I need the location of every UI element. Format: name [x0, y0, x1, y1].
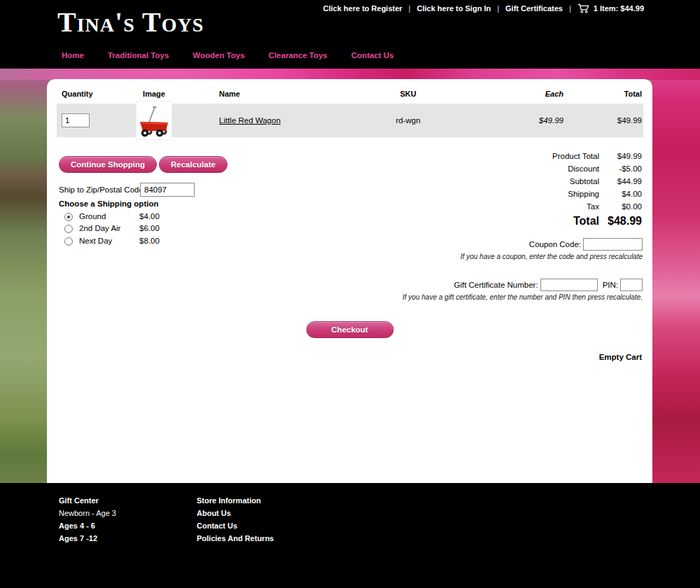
site-header: Click here to Register | Click here to S… [0, 0, 700, 69]
radio-button-2nd-day-air[interactable] [64, 225, 73, 233]
empty-cart-link[interactable]: Empty Cart [599, 353, 642, 361]
footer-link-ages-7-12[interactable]: Ages 7 -12 [59, 534, 116, 547]
grand-total-label: Total [573, 215, 599, 227]
link-separator: | [497, 4, 499, 13]
total-label: Shipping [568, 190, 599, 198]
shopping-cart-icon[interactable] [578, 4, 589, 15]
coupon-code-label: Coupon Code: [529, 240, 581, 248]
total-label: Subtotal [570, 177, 599, 186]
link-separator: | [409, 4, 411, 13]
zip-code-input[interactable] [140, 183, 195, 197]
column-header-total: Total [579, 90, 642, 98]
radio-button-next-day[interactable] [64, 237, 73, 246]
shipping-option-label: 2nd Day Air [79, 224, 120, 232]
gift-certificate-number-input[interactable] [540, 279, 598, 291]
background-flowers-left [0, 69, 49, 483]
item-name-cell: Little Red Wagon [219, 104, 373, 137]
cart-summary[interactable]: 1 Item: $44.99 [594, 4, 644, 13]
nav-item-contact-us[interactable]: Contact Us [351, 51, 394, 59]
nav-item-traditional-toys[interactable]: Traditional Toys [108, 51, 169, 59]
shipping-option-price: $8.00 [139, 237, 160, 245]
zip-code-label: Ship to Zip/Postal Code [59, 186, 144, 194]
checkout-button[interactable]: Checkout [306, 321, 393, 338]
storefront-cart-page: Click here to Register | Click here to S… [0, 0, 700, 588]
total-label: Discount [568, 164, 599, 173]
total-value: -$5.00 [599, 164, 642, 173]
footer-store-info-column: Store Information About Us Contact Us Po… [197, 496, 274, 547]
shipping-option-price: $4.00 [139, 212, 160, 220]
footer-link-contact-us[interactable]: Contact Us [197, 522, 274, 534]
shipping-option-label: Next Day [79, 237, 112, 245]
nav-item-clearance-toys[interactable]: Clearance Toys [269, 51, 328, 59]
footer-link-ages-4-6[interactable]: Ages 4 - 6 [59, 522, 116, 534]
site-logo[interactable]: Tina's Toys [57, 7, 204, 38]
footer-link-policies-returns[interactable]: Policies And Returns [197, 534, 274, 547]
recalculate-button[interactable]: Recalculate [159, 156, 227, 173]
gift-certificate-hint-text: If you have a gift certificate, enter th… [402, 293, 643, 301]
column-header-sku: SKU [359, 90, 457, 98]
background-flowers-right [651, 69, 700, 483]
grand-total-value: $48.99 [599, 215, 642, 227]
footer-link-about-us[interactable]: About Us [197, 509, 274, 522]
column-header-quantity: Quantity [62, 90, 125, 98]
cart-item-row: Little Red Wagon rd-wgn $49.99 $49.99 [57, 104, 643, 137]
register-link[interactable]: Click here to Register [323, 4, 402, 13]
grand-total-row: Total $48.99 [432, 213, 642, 230]
shipping-option-price: $6.00 [139, 224, 160, 232]
column-header-each: Each [500, 90, 564, 98]
radio-button-ground[interactable] [64, 213, 73, 221]
shipping-option-ground[interactable]: Ground $4.00 [59, 212, 213, 223]
footer-gift-center-column: Gift Center Newborn - Age 3 Ages 4 - 6 A… [59, 496, 116, 547]
shipping-option-2nd-day-air[interactable]: 2nd Day Air $6.00 [59, 224, 213, 235]
total-value: $44.99 [599, 177, 642, 186]
gift-certificates-link[interactable]: Gift Certificates [505, 4, 563, 13]
cart-panel: Quantity Image Name SKU Each Total [47, 79, 652, 483]
cart-table-header: Quantity Image Name SKU Each Total [57, 90, 643, 102]
order-totals: Product Total $49.99 Discount -$5.00 Sub… [432, 150, 642, 230]
footer-heading-gift-center: Gift Center [59, 496, 116, 509]
total-row-subtotal: Subtotal $44.99 [432, 175, 642, 188]
little-red-wagon-thumbnail[interactable] [136, 102, 172, 139]
total-value: $0.00 [599, 202, 642, 211]
coupon-section: Coupon Code: [529, 237, 643, 251]
total-row-tax: Tax $0.00 [432, 200, 642, 213]
quantity-cell [62, 104, 125, 137]
footer-heading-store-information: Store Information [197, 496, 274, 509]
item-name-link[interactable]: Little Red Wagon [219, 116, 281, 125]
total-row-shipping: Shipping $4.00 [432, 188, 642, 200]
site-footer: Gift Center Newborn - Age 3 Ages 4 - 6 A… [0, 483, 700, 588]
gift-certificate-section: Gift Certificate Number: PIN: [454, 278, 643, 291]
signin-link[interactable]: Click here to Sign In [416, 4, 491, 13]
item-sku: rd-wgn [359, 104, 457, 137]
nav-item-home[interactable]: Home [62, 51, 84, 59]
total-label: Product Total [552, 152, 599, 160]
total-label: Tax [587, 202, 599, 211]
main-region: Quantity Image Name SKU Each Total [0, 69, 700, 483]
total-value: $4.00 [599, 190, 642, 198]
total-value: $49.99 [599, 152, 642, 160]
item-each-price: $49.99 [500, 104, 564, 137]
link-separator: | [569, 4, 571, 13]
pin-label: PIN: [603, 281, 618, 289]
continue-shopping-button[interactable]: Continue Shopping [59, 156, 157, 173]
coupon-hint-text: If you have a coupon, enter the code and… [461, 253, 643, 260]
pin-input[interactable] [620, 279, 643, 291]
total-row-discount: Discount -$5.00 [432, 162, 642, 175]
coupon-code-input[interactable] [583, 238, 643, 251]
background-flowers-top [0, 69, 700, 80]
gift-certificate-label: Gift Certificate Number: [454, 281, 538, 289]
shipping-options-heading: Choose a Shipping option [59, 200, 158, 208]
nav-item-wooden-toys[interactable]: Wooden Toys [192, 51, 244, 59]
quantity-input[interactable] [62, 113, 90, 127]
shipping-option-next-day[interactable]: Next Day $8.00 [59, 237, 213, 248]
shipping-option-label: Ground [79, 212, 106, 220]
account-links-bar: Click here to Register | Click here to S… [323, 4, 645, 13]
item-total-price: $49.99 [579, 104, 642, 137]
total-row-product-total: Product Total $49.99 [432, 150, 642, 162]
footer-link-newborn-age3[interactable]: Newborn - Age 3 [59, 509, 116, 522]
main-nav: Home Traditional Toys Wooden Toys Cleara… [62, 51, 393, 59]
column-header-name: Name [219, 90, 373, 98]
column-header-image: Image [136, 90, 172, 98]
